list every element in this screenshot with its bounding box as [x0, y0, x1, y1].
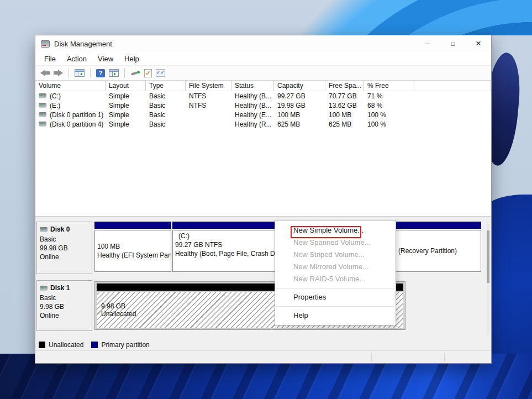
cell-volume: (C:) — [50, 92, 61, 100]
show-action-pane-icon[interactable] — [108, 69, 119, 77]
scrollbar-thumb[interactable] — [487, 230, 489, 283]
menu-item-new-striped-volume: New Striped Volume... — [275, 249, 396, 261]
disk1-type: Basic — [40, 294, 92, 302]
disk0-status: Online — [40, 253, 92, 261]
table-row[interactable]: (Disk 0 partition 4) Simple Basic Health… — [35, 119, 491, 129]
menu-item-properties[interactable]: Properties — [275, 291, 396, 303]
disk0-info-panel[interactable]: Disk 0 Basic 99.98 GB Online — [36, 222, 92, 274]
disk-management-icon — [41, 40, 50, 48]
cell-status: Healthy (E... — [231, 111, 274, 119]
volume-icon — [39, 103, 46, 108]
properties-tool-icon[interactable] — [130, 69, 141, 77]
menu-action[interactable]: Action — [61, 53, 92, 65]
cell-layout: Simple — [106, 102, 146, 109]
show-console-tree-icon[interactable] — [74, 69, 85, 77]
cell-type: Basic — [146, 102, 186, 109]
status-bar — [35, 350, 491, 363]
column-header-free-space[interactable]: Free Spa... — [325, 81, 364, 91]
legend-primary-swatch — [91, 342, 98, 348]
checklist-icon[interactable]: ✓✓ — [155, 69, 166, 77]
window-title: Disk Management — [54, 40, 112, 48]
menu-item-help[interactable]: Help — [275, 309, 396, 322]
menu-view[interactable]: View — [92, 53, 119, 65]
toolbar-separator — [69, 69, 69, 78]
menu-item-new-mirrored-volume: New Mirrored Volume... — [275, 261, 396, 273]
disk-management-window: Disk Management − □ × File Action View H… — [35, 35, 492, 364]
cell-capacity: 100 MB — [274, 111, 325, 119]
disk0-type: Basic — [40, 235, 92, 243]
disk0-size: 99.98 GB — [40, 244, 92, 252]
title-bar: Disk Management − □ × — [35, 35, 491, 52]
legend-unallocated-label: Unallocated — [49, 341, 83, 349]
table-row[interactable]: (Disk 0 partition 1) Simple Basic Health… — [35, 110, 491, 119]
column-header-volume[interactable]: Volume — [35, 81, 106, 91]
menu-separator — [276, 288, 394, 288]
menu-help[interactable]: Help — [119, 53, 145, 65]
back-icon[interactable] — [40, 69, 50, 77]
cell-status: Healthy (B... — [231, 92, 274, 100]
maximize-button[interactable]: □ — [440, 35, 466, 52]
cell-type: Basic — [146, 120, 186, 128]
status-divider — [444, 353, 445, 361]
cell-free: 100 MB — [325, 111, 364, 119]
wallpaper-bloom — [294, 0, 532, 35]
column-header-capacity[interactable]: Capacity — [274, 81, 325, 91]
cell-free: 13.62 GB — [325, 102, 364, 109]
disk1-name: Disk 1 — [50, 284, 70, 292]
window-controls: − □ × — [415, 35, 491, 52]
cell-fs: NTFS — [186, 92, 231, 100]
cell-capacity: 19.98 GB — [274, 102, 325, 109]
column-header-file-system[interactable]: File System — [186, 81, 231, 91]
cell-fs: NTFS — [186, 102, 231, 109]
cell-volume: (Disk 0 partition 1) — [50, 111, 103, 119]
disk0-name: Disk 0 — [50, 225, 70, 233]
partition-header-bar — [396, 222, 481, 229]
column-header-pct-free[interactable]: % Free — [364, 81, 414, 91]
forward-icon[interactable] — [53, 69, 64, 77]
legend-bar: Unallocated Primary partition — [35, 339, 491, 350]
column-header-blank — [414, 81, 491, 91]
menu-item-new-raid5-volume: New RAID-5 Volume... — [275, 273, 396, 285]
close-button[interactable]: × — [466, 35, 491, 52]
table-row[interactable]: (E:) Simple Basic NTFS Healthy (B... 19.… — [35, 101, 491, 110]
disk1-info-panel[interactable]: Disk 1 Basic 9.98 GB Online — [36, 280, 92, 331]
help-icon[interactable]: ? — [96, 69, 106, 78]
efi-status: Healthy (EFI System Part — [97, 251, 168, 260]
menu-item-new-spanned-volume: New Spanned Volume... — [275, 237, 396, 249]
disk-icon — [40, 227, 48, 232]
menu-bar: File Action View Help — [35, 52, 491, 65]
validate-icon[interactable]: ✓ — [144, 69, 152, 78]
desktop: Disk Management − □ × File Action View H… — [0, 0, 532, 399]
cell-volume: (Disk 0 partition 4) — [50, 120, 103, 128]
column-header-status[interactable]: Status — [231, 81, 274, 91]
table-row[interactable]: (C:) Simple Basic NTFS Healthy (B... 99.… — [35, 91, 491, 101]
cell-status: Healthy (R... — [231, 120, 274, 128]
disk1-size: 9.98 GB — [40, 303, 92, 311]
cell-capacity: 99.27 GB — [274, 92, 325, 100]
partition-efi[interactable]: 100 MB Healthy (EFI System Part — [94, 222, 172, 274]
toolbar-separator — [90, 69, 91, 78]
toolbar-separator — [124, 69, 125, 78]
cell-capacity: 625 MB — [274, 120, 325, 128]
legend-primary-label: Primary partition — [101, 341, 149, 349]
volume-icon — [39, 112, 46, 117]
cell-pct: 100 % — [364, 120, 414, 128]
efi-size: 100 MB — [97, 242, 168, 251]
disk-graphical-view: Disk 0 Basic 99.98 GB Online 100 MB Heal… — [35, 219, 491, 339]
cell-volume: (E:) — [50, 102, 60, 109]
minimize-button[interactable]: − — [415, 35, 440, 52]
cell-free: 625 MB — [325, 120, 364, 128]
volume-table-header: Volume Layout Type File System Status Ca… — [35, 81, 491, 91]
menu-file[interactable]: File — [39, 53, 61, 65]
cell-pct: 100 % — [364, 111, 414, 119]
column-header-type[interactable]: Type — [146, 81, 186, 91]
cell-type: Basic — [146, 92, 186, 100]
cell-layout: Simple — [106, 111, 146, 119]
cell-pct: 68 % — [364, 102, 414, 109]
cell-pct: 71 % — [364, 92, 414, 100]
partition-recovery[interactable]: (Recovery Partition) — [395, 222, 482, 274]
volume-icon — [39, 122, 46, 127]
highlight-box — [291, 226, 361, 238]
volume-icon — [39, 93, 46, 98]
column-header-layout[interactable]: Layout — [106, 81, 146, 91]
